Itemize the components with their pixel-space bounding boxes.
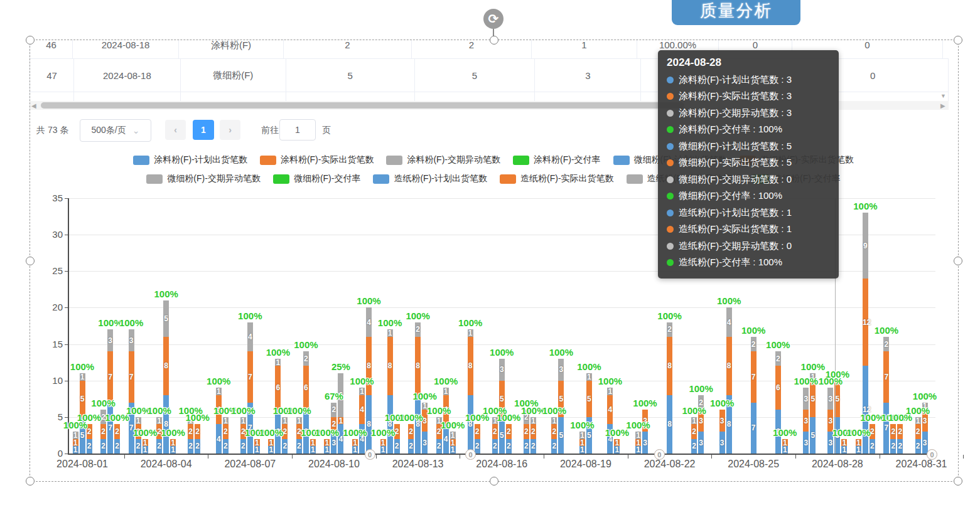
rotate-icon[interactable]: ⟳: [483, 9, 503, 29]
stacked-bar[interactable]: 662: [303, 351, 309, 454]
delivery-rate-label: 100%: [846, 427, 870, 438]
stacked-bar[interactable]: 22: [475, 424, 480, 454]
stacked-bar[interactable]: 333: [827, 388, 833, 454]
scroll-right-icon[interactable]: ▶: [940, 102, 945, 109]
bar-value-label: 2: [890, 427, 896, 436]
selection-handle[interactable]: [26, 257, 35, 265]
bar-value-label: 1: [380, 438, 386, 447]
page-number-button[interactable]: 1: [193, 120, 214, 140]
stacked-bar[interactable]: 881: [468, 329, 473, 454]
stacked-bar[interactable]: 221: [223, 417, 229, 454]
selection-handle[interactable]: [490, 36, 498, 45]
next-page-button[interactable]: ›: [220, 120, 240, 140]
stacked-bar[interactable]: 11: [352, 439, 358, 454]
stacked-bar[interactable]: 11: [380, 439, 386, 454]
stacked-bar[interactable]: 11: [782, 439, 788, 454]
stacked-bar[interactable]: 111: [635, 432, 641, 454]
bar-value-label: 3: [922, 438, 928, 447]
delivery-rate-label: 100%: [689, 383, 713, 394]
stacked-bar[interactable]: 11: [841, 439, 847, 454]
stacked-bar[interactable]: 22: [195, 424, 200, 454]
stacked-bar[interactable]: 11: [268, 439, 274, 454]
stacked-bar[interactable]: 884: [726, 307, 732, 454]
quality-analysis-button[interactable]: 质量分析: [672, 0, 800, 25]
tooltip-row-text: 造纸粉(F)-交付率 : 100%: [679, 257, 782, 268]
stacked-bar[interactable]: 551: [586, 373, 592, 454]
bar-value-label: 8: [667, 361, 672, 370]
stacked-bar[interactable]: 11: [254, 439, 260, 454]
bar-value-label: 2: [188, 427, 193, 436]
legend-item[interactable]: 涂料粉(F)-交付率: [513, 154, 601, 166]
stacked-bar[interactable]: 772: [883, 337, 889, 454]
bar-value-label: 2: [195, 427, 200, 436]
scroll-down-icon[interactable]: ▼: [940, 93, 946, 99]
stacked-bar[interactable]: 22: [897, 424, 903, 454]
x-axis-tick-label: 2024-08-04: [141, 459, 192, 470]
stacked-bar[interactable]: 882: [667, 322, 672, 454]
stacked-bar[interactable]: 22: [114, 424, 120, 454]
stacked-bar[interactable]: 11: [614, 439, 620, 454]
prev-page-button[interactable]: ‹: [165, 120, 186, 140]
table-hscrollbar-thumb[interactable]: [41, 102, 684, 109]
selection-handle[interactable]: [954, 257, 962, 265]
stacked-bar[interactable]: 11: [143, 439, 148, 454]
stacked-bar[interactable]: 11: [170, 439, 176, 454]
legend-item[interactable]: 微细粉(F)-交付率: [273, 173, 361, 184]
legend-item[interactable]: 造纸粉(F)-实际出货笔数: [500, 173, 614, 184]
legend-item-label: 涂料粉(F)-计划出货笔数: [154, 154, 247, 166]
stacked-bar[interactable]: 332: [698, 395, 704, 454]
delivery-rate-label: 100%: [826, 369, 849, 380]
bar-value-label: 2: [223, 427, 229, 436]
bar-value-label: 3: [803, 417, 809, 425]
legend-item[interactable]: 微细粉(F)-交期异动笔数: [146, 173, 261, 184]
stacked-bar[interactable]: 22: [408, 424, 414, 454]
stacked-bar[interactable]: 441: [359, 388, 365, 454]
stacked-bar[interactable]: 773: [107, 329, 113, 454]
delivery-rate-label: 100%: [231, 405, 255, 416]
selection-handle[interactable]: [954, 477, 962, 486]
page-size-select[interactable]: 500条/页 ⌄: [80, 119, 151, 142]
stacked-bar[interactable]: 111: [73, 432, 78, 454]
selection-handle[interactable]: [954, 36, 962, 45]
stacked-bar[interactable]: 221: [551, 417, 557, 454]
stacked-bar[interactable]: 416: [338, 373, 343, 454]
selection-handle[interactable]: [26, 36, 35, 45]
stacked-bar[interactable]: 441: [607, 388, 613, 454]
selection-handle[interactable]: [26, 477, 35, 486]
bar-value-label: 1: [268, 438, 274, 447]
stacked-bar[interactable]: 221: [915, 417, 921, 454]
stacked-bar[interactable]: 772: [751, 337, 757, 454]
stacked-bar[interactable]: 333: [803, 388, 809, 454]
scroll-left-icon[interactable]: ◀: [31, 102, 36, 109]
stacked-bar[interactable]: 111: [579, 432, 585, 454]
goto-page-input[interactable]: [279, 119, 316, 141]
stacked-bar[interactable]: 662: [775, 351, 781, 454]
legend-color-chip: [613, 156, 630, 165]
stacked-bar[interactable]: 222: [524, 410, 529, 454]
bar-value-label: 7: [751, 423, 757, 432]
stacked-bar[interactable]: 11: [324, 439, 330, 454]
bar-value-label: 1: [282, 417, 288, 425]
chart-tooltip: 2024-08-28 涂料粉(F)-计划出货笔数 : 3涂料粉(F)-实际出货笔…: [658, 50, 839, 279]
legend-item[interactable]: 涂料粉(F)-计划出货笔数: [133, 154, 247, 166]
stacked-bar[interactable]: 11: [856, 439, 861, 454]
stacked-bar[interactable]: 22: [506, 424, 512, 454]
stacked-bar[interactable]: 111: [450, 432, 456, 454]
selection-handle[interactable]: [490, 477, 498, 486]
stacked-bar[interactable]: 11: [310, 439, 316, 454]
stacked-bar[interactable]: 882: [415, 322, 421, 454]
stacked-bar[interactable]: 441: [216, 388, 222, 454]
stacked-bar[interactable]: 22: [890, 424, 896, 454]
bar-value-label: 4: [359, 405, 365, 414]
legend-item[interactable]: 造纸粉(F)-计划出货笔数: [373, 173, 487, 184]
delivery-rate-label: 100%: [119, 317, 143, 328]
stacked-bar[interactable]: 33: [719, 410, 725, 454]
legend-item[interactable]: 涂料粉(F)-交期异动笔数: [386, 154, 500, 166]
bar-value-label: 2: [100, 442, 106, 450]
stacked-bar[interactable]: 221: [530, 417, 536, 454]
stacked-bar[interactable]: 33: [642, 410, 648, 454]
bar-value-label: 7: [883, 373, 889, 381]
legend-item[interactable]: 涂料粉(F)-实际出货笔数: [260, 154, 374, 166]
zero-value-marker: 0: [465, 449, 476, 460]
stacked-bar[interactable]: 221: [691, 417, 697, 454]
